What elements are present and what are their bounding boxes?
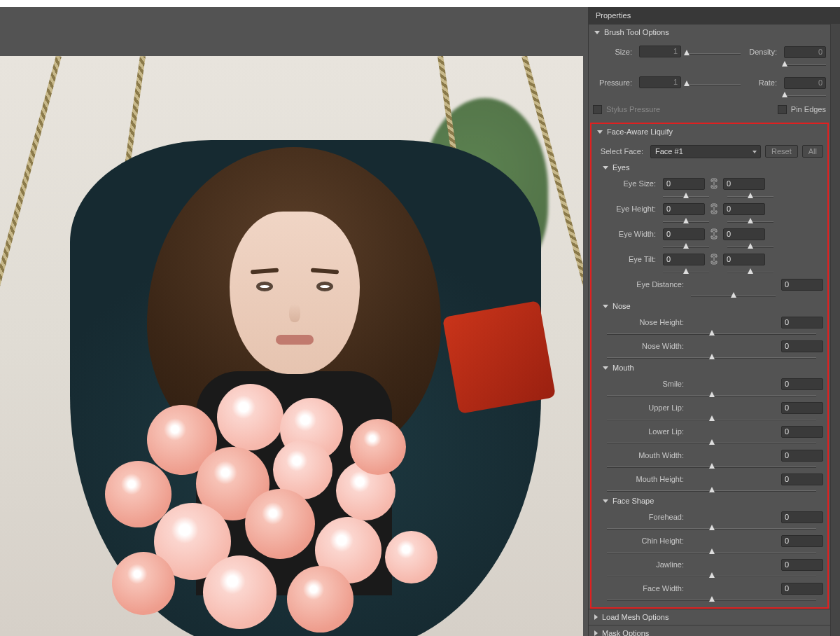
forehead-slider[interactable] [709,525,715,530]
eye-size-right-slider[interactable] [748,193,753,198]
mask-options-section: Mask Options [589,625,830,636]
eye-size-left-input[interactable]: 0 [663,178,705,190]
rate-input[interactable]: 0 [784,77,826,89]
rate-label: Rate: [745,78,780,87]
eye-size-right-input[interactable]: 0 [723,178,765,190]
eye-distance-slider[interactable] [731,292,736,298]
face-aware-label: Face-Aware Liquify [607,127,673,136]
brush-options-label: Brush Tool Options [604,28,669,36]
eye-width-left-slider[interactable] [683,243,689,249]
size-input[interactable]: 1 [639,46,681,57]
chevron-right-icon [594,630,598,636]
face-shape-header[interactable]: Face Shape [596,494,823,508]
panel-title: Properties [589,7,840,24]
eye-distance-label: Eye Distance: [596,280,687,289]
link-icon[interactable] [709,251,719,268]
eye-height-right-slider[interactable] [748,218,753,223]
eye-distance-input[interactable]: 0 [781,279,823,291]
link-icon[interactable] [709,175,719,192]
mask-options-header[interactable]: Mask Options [589,625,830,636]
brush-options-header[interactable]: Brush Tool Options [589,25,830,40]
link-icon[interactable] [709,200,719,217]
load-mesh-label: Load Mesh Options [602,613,668,621]
density-label: Density: [745,48,780,56]
link-icon[interactable] [709,226,719,242]
upper-lip-slider[interactable] [709,415,715,421]
nose-width-slider[interactable] [709,354,715,359]
nose-label: Nose [612,302,631,310]
lower-lip-slider[interactable] [709,439,715,445]
face-select-dropdown[interactable]: Face #1 [650,145,761,158]
eye-size-label: Eye Size: [596,179,659,188]
eye-height-right-input[interactable]: 0 [723,203,765,215]
stylus-pressure-label: Stylus Pressure [606,105,660,113]
chevron-down-icon [603,499,608,503]
eyes-label: Eyes [612,163,629,172]
chevron-down-icon [597,130,603,134]
pressure-label: Pressure: [593,78,635,87]
pin-edges-label: Pin Edges [791,105,826,113]
select-face-label: Select Face: [596,147,646,155]
reset-button[interactable]: Reset [765,145,798,158]
jawline-slider[interactable] [709,572,715,578]
chevron-down-icon [603,166,608,170]
face-aware-highlight: Face-Aware Liquify Select Face: Face #1 … [590,123,829,609]
chevron-down-icon [603,305,608,308]
photo-mock [0,56,583,636]
face-aware-header[interactable]: Face-Aware Liquify [592,124,827,139]
size-label: Size: [593,48,635,56]
chevron-down-icon [603,366,608,370]
mouth-height-slider[interactable] [709,487,715,492]
all-button[interactable]: All [802,145,823,158]
chevron-down-icon [594,31,600,34]
face-width-slider[interactable] [709,596,715,602]
load-mesh-header[interactable]: Load Mesh Options [589,609,830,625]
size-slider[interactable] [684,50,690,55]
eye-width-right-slider[interactable] [748,243,753,249]
mouth-label: Mouth [612,364,634,372]
nose-height-slider[interactable] [709,330,715,336]
stylus-pressure-checkbox[interactable] [593,105,602,114]
eye-width-label: Eye Width: [596,230,659,238]
eye-height-label: Eye Height: [596,205,659,213]
eye-tilt-left-slider[interactable] [683,268,689,274]
brush-options-section: Brush Tool Options Size: 1 Density: 0 Pr… [589,24,830,123]
eye-width-right-input[interactable]: 0 [723,228,765,240]
mask-options-label: Mask Options [602,629,649,636]
chin-height-slider[interactable] [709,548,715,554]
mouth-width-slider[interactable] [709,463,715,469]
image-canvas[interactable] [0,56,583,636]
mouth-header[interactable]: Mouth [596,361,823,375]
face-shape-label: Face Shape [612,497,654,505]
eye-size-left-slider[interactable] [683,193,689,198]
face-aware-section: Face-Aware Liquify Select Face: Face #1 … [592,124,827,607]
pressure-input[interactable]: 1 [639,76,681,88]
eye-height-left-input[interactable]: 0 [663,203,705,215]
eye-width-left-input[interactable]: 0 [663,228,705,240]
density-input[interactable]: 0 [784,46,826,58]
panel-scrollbar-gutter[interactable] [830,24,840,636]
eye-tilt-label: Eye Tilt: [596,255,659,263]
eye-tilt-right-input[interactable]: 0 [723,254,765,265]
pressure-slider[interactable] [684,81,690,86]
properties-panel: Properties Brush Tool Options Size: 1 De… [588,7,840,636]
rate-slider[interactable] [782,92,788,97]
eye-height-left-slider[interactable] [683,218,689,223]
smile-slider[interactable] [709,392,715,397]
nose-header[interactable]: Nose [596,299,823,313]
canvas-area [0,7,588,636]
eye-tilt-right-slider[interactable] [748,268,753,274]
eyes-header[interactable]: Eyes [596,160,823,174]
pin-edges-checkbox[interactable] [778,105,787,114]
density-slider[interactable] [782,61,788,67]
load-mesh-section: Load Mesh Options [589,609,830,625]
eye-tilt-left-input[interactable]: 0 [663,254,705,265]
window-top-edge [0,0,840,7]
chevron-right-icon [594,614,598,620]
